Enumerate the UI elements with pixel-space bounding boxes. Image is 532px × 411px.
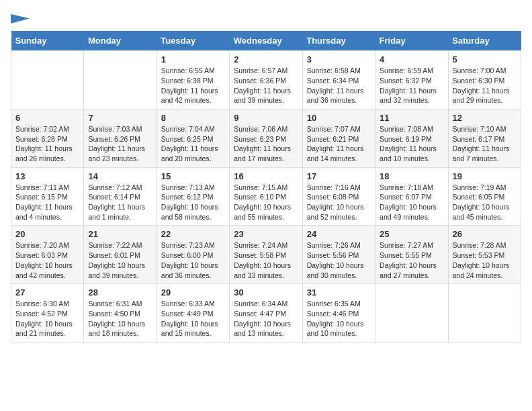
day-info: Sunrise: 6:55 AMSunset: 6:38 PMDaylight:… (161, 66, 225, 105)
calendar-cell: 17Sunrise: 7:16 AMSunset: 6:08 PMDayligh… (302, 167, 375, 226)
header-monday: Monday (84, 31, 157, 51)
day-info: Sunrise: 7:24 AMSunset: 5:58 PMDaylight:… (234, 240, 298, 280)
day-number: 16 (234, 171, 298, 181)
calendar-cell: 16Sunrise: 7:15 AMSunset: 6:10 PMDayligh… (230, 167, 302, 226)
calendar-cell (375, 284, 448, 342)
day-number: 3 (307, 54, 371, 64)
day-info: Sunrise: 7:08 AMSunset: 6:19 PMDaylight:… (380, 124, 443, 164)
day-number: 27 (15, 287, 79, 298)
day-number: 7 (88, 113, 152, 123)
day-info: Sunrise: 7:13 AMSunset: 6:12 PMDaylight:… (161, 183, 225, 222)
calendar-cell: 11Sunrise: 7:08 AMSunset: 6:19 PMDayligh… (375, 109, 448, 167)
day-info: Sunrise: 7:23 AMSunset: 6:00 PMDaylight:… (161, 240, 225, 280)
calendar-cell: 5Sunrise: 7:00 AMSunset: 6:30 PMDaylight… (448, 51, 521, 109)
calendar-cell: 8Sunrise: 7:04 AMSunset: 6:25 PMDaylight… (157, 109, 229, 167)
day-info: Sunrise: 6:34 AMSunset: 4:47 PMDaylight:… (234, 299, 298, 338)
calendar-cell: 28Sunrise: 6:31 AMSunset: 4:50 PMDayligh… (84, 284, 157, 342)
day-number: 8 (161, 113, 225, 123)
day-number: 15 (161, 171, 225, 181)
calendar-cell: 14Sunrise: 7:12 AMSunset: 6:14 PMDayligh… (84, 167, 157, 226)
calendar-week-5: 27Sunrise: 6:30 AMSunset: 4:52 PMDayligh… (11, 284, 521, 342)
svg-marker-0 (11, 14, 30, 24)
day-number: 12 (453, 113, 517, 123)
day-info: Sunrise: 7:10 AMSunset: 6:17 PMDaylight:… (453, 124, 517, 164)
day-info: Sunrise: 7:16 AMSunset: 6:08 PMDaylight:… (307, 183, 371, 222)
day-info: Sunrise: 7:15 AMSunset: 6:10 PMDaylight:… (234, 183, 298, 222)
calendar-table: SundayMondayTuesdayWednesdayThursdayFrid… (11, 31, 521, 342)
calendar-cell: 29Sunrise: 6:33 AMSunset: 4:49 PMDayligh… (157, 284, 229, 342)
header-sunday: Sunday (11, 31, 84, 51)
calendar-cell: 23Sunrise: 7:24 AMSunset: 5:58 PMDayligh… (230, 226, 302, 284)
day-info: Sunrise: 6:59 AMSunset: 6:32 PMDaylight:… (380, 66, 443, 105)
day-info: Sunrise: 6:58 AMSunset: 6:34 PMDaylight:… (307, 66, 371, 105)
day-number: 10 (307, 113, 371, 123)
day-number: 21 (88, 229, 152, 239)
day-number: 11 (380, 113, 443, 123)
calendar-cell: 19Sunrise: 7:19 AMSunset: 6:05 PMDayligh… (448, 167, 521, 226)
calendar-cell: 20Sunrise: 7:20 AMSunset: 6:03 PMDayligh… (11, 226, 84, 284)
day-info: Sunrise: 7:06 AMSunset: 6:23 PMDaylight:… (234, 124, 298, 164)
calendar-cell: 30Sunrise: 6:34 AMSunset: 4:47 PMDayligh… (230, 284, 302, 342)
calendar-cell: 21Sunrise: 7:22 AMSunset: 6:01 PMDayligh… (84, 226, 157, 284)
day-number: 9 (234, 113, 298, 123)
calendar-cell: 31Sunrise: 6:35 AMSunset: 4:46 PMDayligh… (302, 284, 375, 342)
day-info: Sunrise: 6:33 AMSunset: 4:49 PMDaylight:… (161, 299, 225, 338)
day-number: 13 (15, 171, 79, 181)
calendar-cell: 15Sunrise: 7:13 AMSunset: 6:12 PMDayligh… (157, 167, 229, 226)
calendar-cell: 25Sunrise: 7:27 AMSunset: 5:55 PMDayligh… (375, 226, 448, 284)
day-number: 4 (380, 54, 443, 64)
day-info: Sunrise: 7:11 AMSunset: 6:15 PMDaylight:… (15, 183, 79, 222)
calendar-week-3: 13Sunrise: 7:11 AMSunset: 6:15 PMDayligh… (11, 167, 521, 226)
day-info: Sunrise: 6:35 AMSunset: 4:46 PMDaylight:… (307, 299, 371, 338)
calendar-cell: 26Sunrise: 7:28 AMSunset: 5:53 PMDayligh… (448, 226, 521, 284)
day-info: Sunrise: 7:27 AMSunset: 5:55 PMDaylight:… (380, 240, 443, 280)
calendar-cell: 18Sunrise: 7:18 AMSunset: 6:07 PMDayligh… (375, 167, 448, 226)
day-number: 30 (234, 287, 298, 298)
calendar-cell: 1Sunrise: 6:55 AMSunset: 6:38 PMDaylight… (157, 51, 229, 109)
day-number: 18 (380, 171, 443, 181)
day-info: Sunrise: 7:03 AMSunset: 6:26 PMDaylight:… (88, 124, 152, 164)
logo-text (11, 11, 30, 27)
calendar-cell (84, 51, 157, 109)
day-number: 1 (161, 54, 225, 64)
day-info: Sunrise: 6:57 AMSunset: 6:36 PMDaylight:… (234, 66, 298, 105)
day-number: 6 (15, 113, 79, 123)
day-number: 31 (307, 287, 371, 298)
day-number: 17 (307, 171, 371, 181)
calendar-cell: 3Sunrise: 6:58 AMSunset: 6:34 PMDaylight… (302, 51, 375, 109)
page-header (11, 11, 521, 23)
day-info: Sunrise: 7:19 AMSunset: 6:05 PMDaylight:… (453, 183, 517, 222)
calendar-week-4: 20Sunrise: 7:20 AMSunset: 6:03 PMDayligh… (11, 226, 521, 284)
day-info: Sunrise: 7:26 AMSunset: 5:56 PMDaylight:… (307, 240, 371, 280)
calendar-cell: 7Sunrise: 7:03 AMSunset: 6:26 PMDaylight… (84, 109, 157, 167)
header-tuesday: Tuesday (157, 31, 229, 51)
day-number: 26 (453, 229, 517, 239)
calendar-cell: 4Sunrise: 6:59 AMSunset: 6:32 PMDaylight… (375, 51, 448, 109)
day-number: 14 (88, 171, 152, 181)
header-saturday: Saturday (448, 31, 521, 51)
day-number: 25 (380, 229, 443, 239)
calendar-cell: 9Sunrise: 7:06 AMSunset: 6:23 PMDaylight… (230, 109, 302, 167)
calendar-cell: 6Sunrise: 7:02 AMSunset: 6:28 PMDaylight… (11, 109, 84, 167)
day-number: 29 (161, 287, 225, 298)
logo (11, 11, 30, 23)
calendar-cell: 27Sunrise: 6:30 AMSunset: 4:52 PMDayligh… (11, 284, 84, 342)
day-info: Sunrise: 7:00 AMSunset: 6:30 PMDaylight:… (453, 66, 517, 105)
day-number: 2 (234, 54, 298, 64)
day-info: Sunrise: 7:12 AMSunset: 6:14 PMDaylight:… (88, 183, 152, 222)
day-number: 28 (88, 287, 152, 298)
header-thursday: Thursday (302, 31, 375, 51)
header-wednesday: Wednesday (230, 31, 302, 51)
day-info: Sunrise: 7:04 AMSunset: 6:25 PMDaylight:… (161, 124, 225, 164)
header-friday: Friday (375, 31, 448, 51)
calendar-week-2: 6Sunrise: 7:02 AMSunset: 6:28 PMDaylight… (11, 109, 521, 167)
calendar-cell: 24Sunrise: 7:26 AMSunset: 5:56 PMDayligh… (302, 226, 375, 284)
calendar-cell: 10Sunrise: 7:07 AMSunset: 6:21 PMDayligh… (302, 109, 375, 167)
calendar-cell (11, 51, 84, 109)
day-number: 20 (15, 229, 79, 239)
day-info: Sunrise: 6:31 AMSunset: 4:50 PMDaylight:… (88, 299, 152, 338)
day-number: 23 (234, 229, 298, 239)
day-info: Sunrise: 7:28 AMSunset: 5:53 PMDaylight:… (453, 240, 517, 280)
day-info: Sunrise: 7:18 AMSunset: 6:07 PMDaylight:… (380, 183, 443, 222)
day-info: Sunrise: 6:30 AMSunset: 4:52 PMDaylight:… (15, 299, 79, 338)
